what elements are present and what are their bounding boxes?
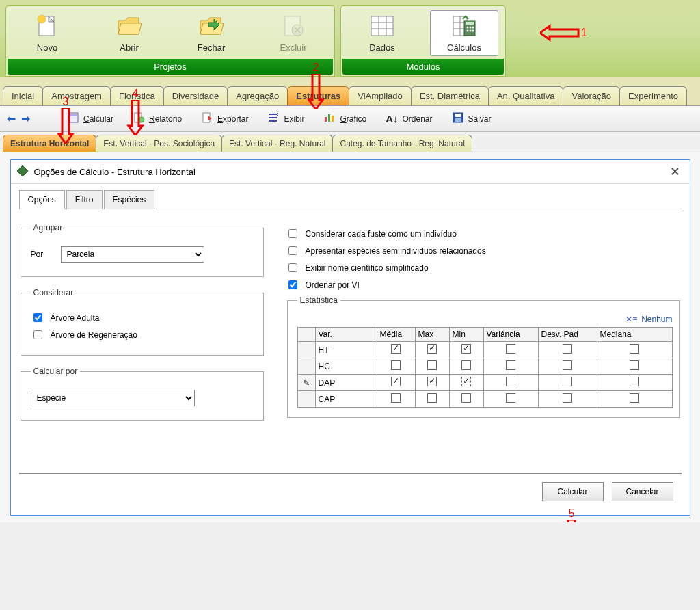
toolbar-exibir-button[interactable]: Exibir (265, 110, 307, 127)
stat-cell-min[interactable] (449, 358, 483, 375)
toolbar-salvar-button[interactable]: Salvar (449, 110, 494, 127)
stat-cell-desvpad[interactable] (538, 342, 597, 358)
stat-cell-media[interactable] (377, 375, 415, 391)
stat-cell-min[interactable] (449, 391, 483, 408)
stat-cell-var[interactable]: CAP (315, 391, 377, 408)
stat-cell-max[interactable] (415, 375, 449, 391)
stat-cell-mediana[interactable] (597, 358, 672, 375)
stat-cell-desvpad[interactable] (538, 358, 597, 375)
checkbox-icon[interactable] (563, 344, 572, 354)
stat-row-indicator[interactable]: ✎ (297, 375, 315, 391)
checkbox-icon[interactable] (391, 360, 401, 370)
ribbon-item-fechar[interactable]: Fechar (177, 10, 245, 56)
tab-experimento[interactable]: Experimento (619, 86, 687, 105)
dlgtab-filtro[interactable]: Filtro (66, 190, 103, 209)
checkbox-icon[interactable] (563, 360, 572, 370)
stat-cell-mediana[interactable] (597, 391, 672, 408)
checkbox-icon[interactable] (630, 377, 639, 386)
stat-nenhum-button[interactable]: ✕≡ Nenhum (297, 315, 673, 324)
toolbar-grafico-button[interactable]: Gráfico (321, 110, 369, 127)
subtab-estrutura-horizontal[interactable]: Estrutura Horizontal (3, 135, 96, 152)
stat-cell-mediana[interactable] (597, 342, 672, 358)
checkbox-arvore-adulta[interactable] (33, 313, 42, 322)
checkbox-icon[interactable] (506, 393, 515, 403)
stat-header-desvpad[interactable]: Desv. Pad (538, 328, 597, 342)
toolbar-calcular-button[interactable]: Calcular (64, 110, 116, 127)
stat-cell-var[interactable]: HT (315, 342, 377, 358)
toolbar-ordenar-button[interactable]: A↓ Ordenar (383, 111, 435, 126)
tab-viampliado[interactable]: ViAmpliado (349, 86, 412, 105)
tab-est-diametrica[interactable]: Est. Diamétrica (411, 86, 489, 105)
checkbox-icon[interactable] (563, 377, 572, 386)
checkbox-icon[interactable] (630, 393, 639, 403)
ribbon-item-calculos[interactable]: Cálculos (430, 10, 498, 56)
dialog-calcular-button[interactable]: Calcular (542, 482, 604, 501)
nav-forward-button[interactable]: ➡ (21, 112, 30, 125)
select-agrupar-por[interactable]: Parcela (61, 246, 204, 263)
checkbox-icon[interactable] (630, 344, 639, 354)
checkbox-nome-simplificado[interactable] (288, 263, 297, 272)
tab-an-qualitativa[interactable]: An. Qualitativa (488, 86, 564, 105)
stat-header-variancia[interactable]: Variância (483, 328, 538, 342)
dlgtab-especies[interactable]: Espécies (104, 190, 155, 209)
tab-diversidade[interactable]: Diversidade (163, 86, 228, 105)
tab-amostragem[interactable]: Amostragem (42, 86, 111, 105)
checkbox-icon[interactable] (427, 377, 437, 386)
checkbox-icon[interactable] (427, 393, 437, 403)
stat-cell-var[interactable]: HC (315, 358, 377, 375)
subtab-est-vertical-pos[interactable]: Est. Vertical - Pos. Sociológica (96, 135, 222, 152)
stat-cell-max[interactable] (415, 358, 449, 375)
dialog-close-button[interactable]: ✕ (666, 164, 684, 179)
stat-cell-min[interactable] (449, 342, 483, 358)
tab-floristica[interactable]: Florística (110, 86, 164, 105)
stat-header-max[interactable]: Max (415, 328, 449, 342)
stat-header-mediana[interactable]: Mediana (597, 328, 672, 342)
checkbox-icon[interactable] (506, 377, 515, 386)
stat-header-var[interactable]: Var. (315, 328, 377, 342)
stat-cell-mediana[interactable] (597, 375, 672, 391)
ribbon-item-dados[interactable]: Dados (348, 10, 416, 56)
dlgtab-opcoes[interactable]: Opções (19, 190, 65, 209)
nav-back-button[interactable]: ⬅ (7, 112, 16, 125)
stat-cell-max[interactable] (415, 342, 449, 358)
stat-cell-var[interactable]: DAP (315, 375, 377, 391)
tab-agregacao[interactable]: Agregação (227, 86, 288, 105)
stat-cell-desvpad[interactable] (538, 375, 597, 391)
checkbox-icon[interactable] (506, 344, 515, 354)
stat-cell-media[interactable] (377, 391, 415, 408)
subtab-est-vertical-reg[interactable]: Est. Vertical - Reg. Natural (221, 135, 333, 152)
stat-cell-variancia[interactable] (483, 391, 538, 408)
stat-cell-variancia[interactable] (483, 342, 538, 358)
ribbon-item-abrir[interactable]: Abrir (95, 10, 163, 56)
checkbox-icon[interactable] (563, 393, 572, 403)
select-calcular-por[interactable]: Espécie (31, 390, 195, 406)
stat-cell-variancia[interactable] (483, 358, 538, 375)
stat-cell-media[interactable] (377, 358, 415, 375)
checkbox-icon[interactable] (461, 377, 471, 386)
stat-header-media[interactable]: Média (377, 328, 415, 342)
tab-inicial[interactable]: Inicial (3, 86, 43, 105)
stat-row-indicator[interactable] (297, 391, 315, 408)
stat-cell-min[interactable] (449, 375, 483, 391)
stat-cell-variancia[interactable] (483, 375, 538, 391)
checkbox-arvore-regeneracao[interactable] (33, 330, 42, 339)
toolbar-relatorio-button[interactable]: Relatório (130, 110, 185, 127)
checkbox-icon[interactable] (391, 344, 401, 354)
checkbox-icon[interactable] (461, 344, 471, 354)
checkbox-icon[interactable] (630, 360, 639, 370)
checkbox-icon[interactable] (506, 360, 515, 370)
dialog-cancelar-button[interactable]: Cancelar (612, 482, 673, 501)
checkbox-icon[interactable] (427, 344, 437, 354)
checkbox-considerar-fuste[interactable] (288, 229, 297, 238)
stat-cell-desvpad[interactable] (538, 391, 597, 408)
stat-cell-media[interactable] (377, 342, 415, 358)
stat-cell-max[interactable] (415, 391, 449, 408)
stat-row-indicator[interactable] (297, 358, 315, 375)
checkbox-apresentar-especies[interactable] (288, 246, 297, 255)
checkbox-icon[interactable] (391, 377, 401, 386)
ribbon-item-novo[interactable]: Novo (13, 10, 81, 56)
checkbox-icon[interactable] (427, 360, 437, 370)
checkbox-icon[interactable] (461, 360, 471, 370)
toolbar-exportar-button[interactable]: Exportar (198, 110, 251, 127)
stat-row-indicator[interactable] (297, 342, 315, 358)
